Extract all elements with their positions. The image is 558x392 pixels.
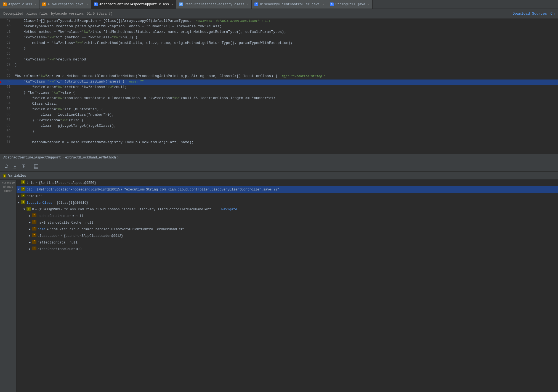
expand-arrow[interactable]: ▶ <box>28 247 32 252</box>
line-content-70 <box>14 135 558 140</box>
line-number-50: 50 <box>0 24 14 30</box>
line-number-60: ●60 <box>0 80 14 85</box>
var-row-redefcount-row[interactable]: ▶fclassRedefinedCount = 0 <box>17 246 558 253</box>
line-content-68: clazz = pjp.getTarget().getClass(); <box>14 124 558 129</box>
var-row-classloader-row[interactable]: ▶fclassLoader = {Launcher$AppClassLoader… <box>17 233 558 239</box>
expand-arrow[interactable]: ▼ <box>17 200 21 206</box>
var-equals: = <box>35 207 37 212</box>
tab-discovery-client[interactable]: c DiscoveryClientController.java ✕ <box>252 0 327 9</box>
line-content-54: } <box>14 46 558 52</box>
var-type-icon: p <box>21 180 25 184</box>
var-name: reflectionData <box>38 240 65 245</box>
expand-arrow[interactable]: ▶ <box>17 194 21 199</box>
sidebar-item-nhance: nhance <box>0 185 16 189</box>
tab-resource-metadata[interactable]: c ResourceMetadataRegistry.class ✕ <box>176 0 252 9</box>
line-content-49: Class<?>[] paramTypesWithException = (Cl… <box>14 19 558 24</box>
tab-label-string-util: StringUtil.java <box>335 2 365 6</box>
expand-arrow[interactable]: ▶ <box>28 233 32 239</box>
variables-title: Variables <box>8 174 26 178</box>
line-number-53: 53 <box>0 41 14 46</box>
line-content-52: "kw">class="kw">if (method == "kw">class… <box>14 35 558 41</box>
sidebar-item-extract: xtractSe <box>0 181 16 185</box>
debug-toolbar <box>0 161 558 172</box>
tab-string-util[interactable]: c StringUtil.java ✕ <box>327 0 373 9</box>
var-type-icon: f <box>32 213 36 217</box>
var-value: null <box>70 240 78 245</box>
var-equals: = <box>54 200 55 206</box>
tab-aspect-class[interactable]: c Aspect.class ✕ <box>0 0 39 9</box>
tab-abstract-sentinel[interactable]: c AbstractSentinelAspectSupport.class ✕ <box>91 0 176 9</box>
variables-content[interactable]: pthis = {SentinelResourceAspect@9550}▼pp… <box>17 180 558 392</box>
info-bar-actions: Download Sources Ch <box>513 12 555 16</box>
tab-close-flow[interactable]: ✕ <box>86 3 88 6</box>
var-row-pjp-row[interactable]: ▼ppjp = {MethodInvocationProceedingJoinP… <box>17 186 558 193</box>
var-equals: = <box>60 233 62 239</box>
line-number-67: 67 <box>0 118 14 124</box>
var-type-icon: f <box>32 220 36 224</box>
var-type-icon: p <box>21 187 25 191</box>
var-value: {Class@9909} "class com.xian.cloud.commo… <box>38 207 211 212</box>
line-content-58 <box>14 68 558 74</box>
line-content-64: Class clazz; <box>14 102 558 107</box>
breadcrumb: AbstractSentinelAspectSupport › extractB… <box>0 154 558 161</box>
var-value: {Class[1]@10016} <box>57 200 88 206</box>
line-number-49: 49 <box>0 19 14 24</box>
expand-arrow[interactable]: ▶ <box>28 240 32 245</box>
var-value: {SentinelResourceAspect@9550} <box>39 180 96 186</box>
tab-close-string-util[interactable]: ✕ <box>368 3 370 6</box>
variables-container: xtractSe nhance ommon pthis = {SentinelR… <box>0 180 558 392</box>
step-over-button[interactable] <box>2 163 10 170</box>
sidebar-item-ommon: ommon <box>0 189 16 193</box>
var-equals: = <box>47 227 49 232</box>
var-row-name-row[interactable]: ▶pname = "" <box>17 193 558 200</box>
var-value: {MethodInvocationProceedingJoinPoint@100… <box>37 187 279 192</box>
tab-close-resource[interactable]: ✕ <box>247 3 249 6</box>
code-area[interactable]: 49 Class<?>[] paramTypesWithException = … <box>0 19 558 154</box>
tab-close-aspect[interactable]: ✕ <box>35 3 36 6</box>
step-into-button[interactable] <box>11 163 19 170</box>
line-content-50: paramTypesWithException[paramTypesWithEx… <box>14 24 558 30</box>
tab-icon-discovery: c <box>254 2 258 6</box>
tab-flow-exception[interactable]: c FlowException.java ✕ <box>39 0 91 9</box>
line-number-51: 51 <box>0 30 14 35</box>
tab-label-discovery: DiscoveryClientController.java <box>260 2 320 6</box>
var-type-icon: p <box>26 207 31 211</box>
toolbar-separator <box>30 163 30 169</box>
tab-icon-aspect: c <box>3 2 7 6</box>
svg-rect-5 <box>34 165 38 168</box>
var-row-loc0-row[interactable]: ▼p0 = {Class@9909} "class com.xian.cloud… <box>17 206 558 213</box>
code-table: 49 Class<?>[] paramTypesWithException = … <box>0 19 558 146</box>
breadcrumb-class: AbstractSentinelAspectSupport <box>3 156 61 160</box>
line-number-63: 63 <box>0 96 14 102</box>
var-row-reflection-row[interactable]: ▶freflectionData = null <box>17 239 558 246</box>
expand-arrow[interactable]: ▶ <box>28 213 32 219</box>
expand-arrow[interactable]: ▼ <box>17 187 21 192</box>
expand-arrow[interactable]: ▼ <box>22 207 26 212</box>
var-row-location-row[interactable]: ▼plocationClass = {Class[1]@10016} <box>17 200 558 206</box>
table-view-button[interactable] <box>32 163 40 170</box>
var-type-icon: f <box>32 227 36 231</box>
breadcrumb-sep: › <box>62 156 64 160</box>
line-number-61: 61 <box>0 85 14 91</box>
expand-arrow[interactable]: ▶ <box>28 220 32 226</box>
line-number-65: 65 <box>0 107 14 113</box>
download-sources-link[interactable]: Download Sources <box>513 12 547 16</box>
line-number-54: 54 <box>0 46 14 52</box>
var-name: 0 <box>32 207 34 212</box>
var-row-name2-row[interactable]: ▶fname = "com.xian.cloud.common.handler.… <box>17 226 558 233</box>
var-row-newinstance-row[interactable]: ▶fnewInstanceCallerCache = null <box>17 219 558 226</box>
var-row-this-row[interactable]: pthis = {SentinelResourceAspect@9550} <box>17 180 558 186</box>
expand-arrow[interactable]: ▶ <box>28 227 32 232</box>
var-value: 0 <box>79 247 81 252</box>
tab-close-discovery[interactable]: ✕ <box>322 3 324 6</box>
var-row-cached-row[interactable]: ▶fcachedConstructor = null <box>17 213 558 219</box>
var-equals: = <box>36 194 38 199</box>
step-out-button[interactable] <box>20 163 28 170</box>
navigate-link[interactable]: ... Navigate <box>213 207 237 212</box>
ch-link[interactable]: Ch <box>550 12 555 16</box>
tab-close-abstract[interactable]: ✕ <box>172 3 173 6</box>
info-bar: Decompiled .class file, bytecode version… <box>0 9 558 19</box>
tab-icon-abstract: c <box>94 2 98 6</box>
var-type-icon: f <box>32 247 36 250</box>
var-type-icon: p <box>21 194 25 197</box>
